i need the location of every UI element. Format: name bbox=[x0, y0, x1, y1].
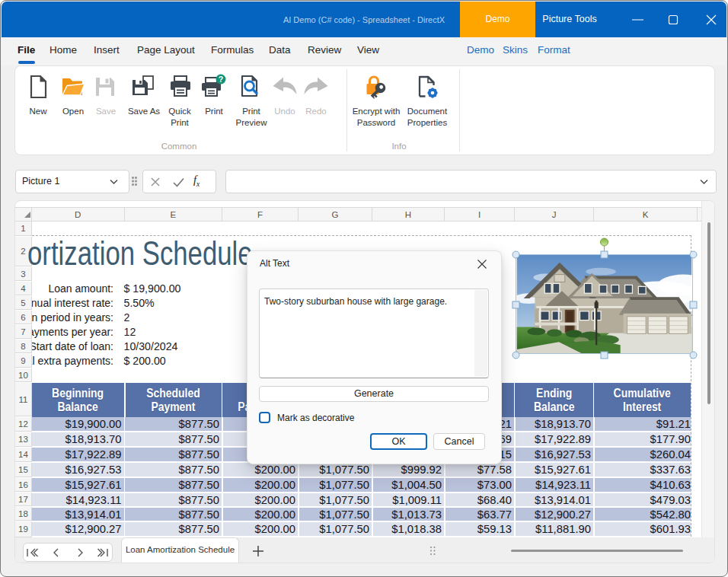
svg-text:?: ? bbox=[219, 75, 223, 84]
